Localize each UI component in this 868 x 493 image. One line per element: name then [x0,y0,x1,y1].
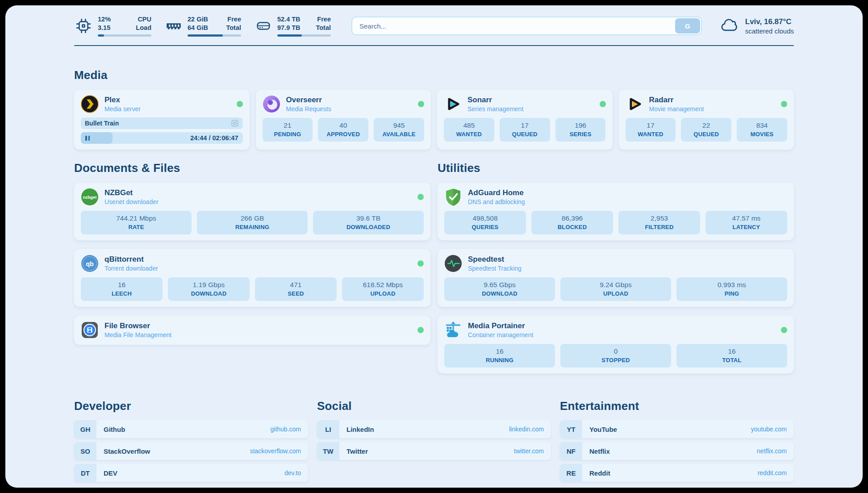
search-engine-button[interactable]: G [675,18,700,33]
app-name: Radarr [649,96,704,104]
disk-stat: 52.4 TB 97.9 TB Free Total [255,15,331,36]
service-card-adguard[interactable]: AdGuard Home DNS and adblocking 498,508 … [438,183,794,240]
link-badge: DT [74,464,96,482]
app-subtitle: DNS and adblocking [468,198,525,205]
stat-wanted: 485 WANTED [444,118,494,142]
disk-free: 52.4 TB [277,15,300,24]
ram-icon [165,17,183,35]
status-dot [781,101,787,107]
memory-labels: Free Total [226,15,241,32]
stat-queries: 498,508 QUERIES [444,211,526,234]
status-dot [781,327,787,333]
link-badge: LI [317,420,339,438]
cpu-usage: 12% [98,15,111,24]
app-name: qBittorrent [104,255,158,264]
disk-total: 97.9 TB [277,24,300,32]
system-stats: 12% 3.15 CPU Load [74,15,331,36]
memory-values: 22 GiB 64 GiB [188,15,208,32]
app-name: Overseerr [286,96,331,104]
status-dot [418,101,424,107]
documents-column: Documents & Files nzbget NZBGet Usenet d… [74,161,430,373]
status-dot [417,194,424,200]
link-github[interactable]: GH Github github.com [74,420,308,438]
service-card-sonarr[interactable]: Sonarr Series management 485 WANTED 17 Q… [437,90,613,150]
portainer-icon [444,321,462,339]
app-name: NZBGet [104,188,159,197]
link-badge: GH [74,420,96,438]
link-stackoverflow[interactable]: SO StackOverflow stackoverflow.com [74,442,308,460]
link-badge: YT [560,420,582,438]
stat-ping: 0.993 ms PING [676,277,787,301]
filebrowser-icon [81,321,99,339]
search-input[interactable] [351,17,702,35]
stat-upload: 618.52 Mbps UPLOAD [342,277,424,301]
pause-icon[interactable] [85,136,90,141]
disk-progress-bar [277,34,331,37]
cpu-icon [74,17,93,35]
plex-progress-bar[interactable]: 24:44 / 02:06:47 [81,132,243,144]
stat-pending: 21 PENDING [263,118,313,142]
stat-series: 196 SERIES [555,118,606,142]
service-card-qbittorrent[interactable]: qb qBittorrent Torrent downloader 16 LEE… [74,249,430,307]
stat-rate: 744.21 Mbps RATE [81,211,192,234]
weather-condition: scattered clouds [745,27,794,35]
app-subtitle: Series management [467,105,523,113]
app-subtitle: Movie management [649,105,704,113]
disk-labels: Free Total [316,15,331,32]
cpu-labels: CPU Load [136,15,151,32]
stat-blocked: 86,396 BLOCKED [531,211,613,234]
stat-download: 1.19 Gbps DOWNLOAD [168,277,250,301]
app-subtitle: Speedtest Tracking [468,265,522,272]
now-playing-title: Bullet Train [85,120,119,127]
app-name: Plex [104,96,141,104]
section-title-utilities: Utilities [438,161,794,175]
status-dot [417,327,424,333]
stat-download: 9.65 Gbps DOWNLOAD [444,277,555,301]
stat-leech: 16 LEECH [81,277,163,301]
link-reddit[interactable]: RE Reddit reddit.com [560,464,794,482]
radarr-icon [626,95,643,113]
stat-upload: 9.24 Gbps UPLOAD [560,277,671,301]
link-dev[interactable]: DT DEV dev.to [74,464,308,482]
service-card-radarr[interactable]: Radarr Movie management 17 WANTED 22 QUE… [619,90,794,150]
stat-filtered: 2,953 FILTERED [618,211,700,234]
section-title-social: Social [317,399,551,413]
cpu-load-value: 3.15 [98,24,111,32]
app-subtitle: Torrent downloader [104,265,158,272]
stat-approved: 40 APPROVED [318,118,368,142]
stat-wanted: 17 WANTED [626,118,676,142]
qbittorrent-icon: qb [81,255,99,272]
link-netflix[interactable]: NF Netflix netflix.com [560,442,794,460]
link-linkedin[interactable]: LI LinkedIn linkedin.com [317,420,551,438]
service-card-nzbget[interactable]: nzbget NZBGet Usenet downloader 744.21 M… [74,183,430,240]
utilities-column: Utilities AdGuard Home DNS and adblockin… [438,161,794,373]
service-card-portainer[interactable]: Media Portainer Container management 16 … [438,316,794,373]
link-twitter[interactable]: TW Twitter twitter.com [317,442,551,460]
stat-movies: 834 MOVIES [737,118,787,142]
cloud-icon [720,16,739,36]
stat-stopped: 0 STOPPED [560,344,671,368]
service-card-overseerr[interactable]: Overseerr Media Requests 21 PENDING 40 A… [256,90,431,150]
app-name: Media Portainer [468,322,533,330]
social-links: Social LI LinkedIn linkedin.com TW Twitt… [317,399,551,486]
service-card-plex[interactable]: Plex Media server Bullet Train 24:44 / 0… [74,90,250,150]
stat-downloaded: 39.6 TB DOWNLOADED [313,211,424,234]
entertainment-links: Entertainment YT YouTube youtube.com NF … [560,399,794,486]
stat-remaining: 266 GB REMAINING [197,211,308,234]
service-card-speedtest[interactable]: Speedtest Speedtest Tracking 9.65 Gbps D… [438,249,794,307]
disk-icon [255,17,272,35]
app-subtitle: Media Requests [286,105,331,113]
link-badge: RE [560,464,582,482]
stat-latency: 47.57 ms LATENCY [705,211,787,234]
status-dot [237,101,243,107]
section-title-developer: Developer [74,399,308,413]
media-modal-icon[interactable] [231,119,239,127]
cpu-progress-bar [98,34,151,37]
link-youtube[interactable]: YT YouTube youtube.com [560,420,794,438]
dashboard-page: 12% 3.15 CPU Load [5,5,863,488]
memory-total: 64 GiB [188,24,208,32]
service-card-filebrowser[interactable]: File Browser Media File Management [74,316,430,345]
section-title-media: Media [74,68,794,82]
memory-stat: 22 GiB 64 GiB Free Total [165,15,241,36]
link-badge: NF [560,442,582,460]
